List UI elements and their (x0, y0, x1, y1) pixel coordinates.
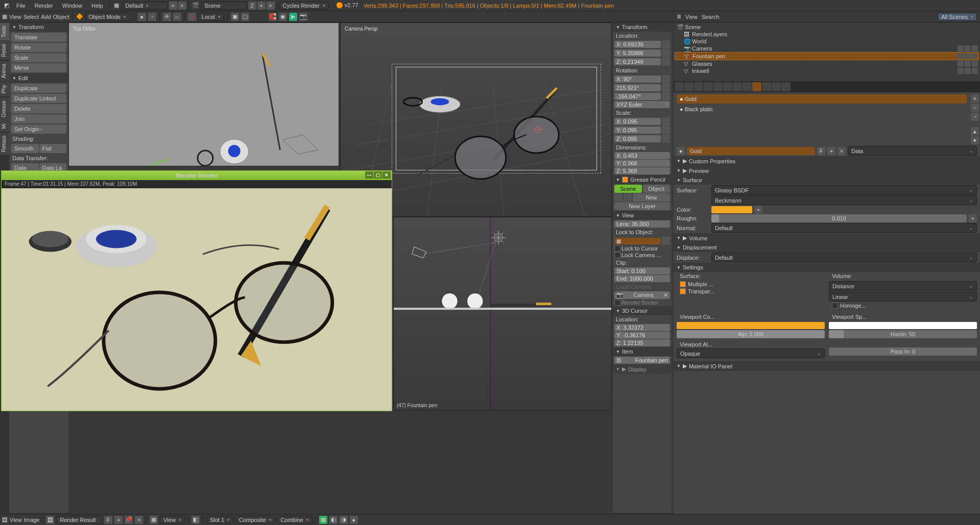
dim-x[interactable]: X: 0.453 (614, 152, 670, 159)
tab-data[interactable] (743, 82, 752, 91)
tab-renderlayers[interactable] (684, 82, 694, 91)
panel-edit-hdr[interactable]: Edit (9, 73, 68, 83)
loc-x[interactable]: X: 0.69235 (614, 41, 661, 48)
img-menu-view[interactable]: View (10, 517, 22, 523)
lock-icon[interactable] (662, 126, 670, 134)
mat-specials-icon[interactable] (971, 113, 979, 121)
volume-hdr[interactable]: ▶ Volume (674, 233, 980, 243)
layer-selector[interactable]: Composite (235, 516, 275, 524)
tab-constraints[interactable] (723, 82, 732, 91)
rgba-icon[interactable]: ▦ (319, 516, 327, 524)
render-shading-icon[interactable]: ▶ (289, 13, 297, 21)
rot-mode[interactable]: XYZ Euler (614, 101, 670, 108)
scene-selector[interactable]: Scene (201, 2, 247, 10)
n-item-hdr[interactable]: Item (613, 347, 672, 356)
smooth-button[interactable]: Smooth (11, 144, 39, 153)
color-node-icon[interactable]: • (754, 206, 762, 214)
opengl-icon[interactable]: 📷 (299, 13, 307, 21)
pencil-icon[interactable] (614, 193, 623, 202)
interp-field[interactable]: Linear (829, 292, 977, 302)
img-unlink-icon[interactable]: × (135, 516, 143, 524)
settings-hdr[interactable]: Settings (674, 263, 980, 272)
select-icon[interactable] (965, 68, 971, 74)
n-view-hdr[interactable]: View (613, 211, 672, 220)
gp-new-button[interactable]: New (633, 193, 670, 202)
img-add-icon[interactable]: + (114, 516, 123, 524)
n-cursor-hdr[interactable]: 3D Cursor (613, 306, 672, 315)
rot-x[interactable]: X: 90° (614, 76, 661, 83)
hardness-field[interactable]: Hardn: 50 (829, 330, 977, 338)
duplicate-button[interactable]: Duplicate (11, 84, 66, 93)
menu-object[interactable]: Object (53, 14, 69, 20)
mirror-button[interactable]: Mirror (11, 63, 66, 72)
lock-icon[interactable] (662, 92, 670, 101)
tab-tools[interactable]: Tools (0, 22, 9, 41)
tab-grease[interactable]: Grease (0, 97, 9, 121)
alpha-field[interactable]: Alp: 1.000 (677, 330, 825, 338)
mat-unlink-icon[interactable]: × (838, 147, 846, 155)
select-icon[interactable] (965, 61, 971, 67)
surface-hdr[interactable]: Surface (674, 176, 980, 185)
lock-icon[interactable] (662, 84, 670, 92)
translate-button[interactable]: Translate (11, 33, 66, 42)
proportional-icon[interactable]: ◉ (279, 13, 287, 21)
image-browse-icon[interactable]: 🖼 (46, 516, 54, 524)
scale-button[interactable]: Scale (11, 53, 66, 62)
n-gp-hdr[interactable]: Grease Pencil (613, 175, 672, 184)
mode-selector[interactable]: Object Mode (85, 13, 131, 21)
tab-scene[interactable] (694, 82, 703, 91)
layout-icon[interactable]: ▦ (112, 1, 121, 10)
gp-enable-check[interactable] (622, 177, 628, 183)
render-icon[interactable] (972, 68, 978, 74)
delete-button[interactable]: Delete (11, 104, 66, 113)
view-mode[interactable]: View (160, 516, 185, 524)
rotate-button[interactable]: Rotate (11, 43, 66, 52)
uv-icon[interactable]: ▦ (150, 516, 158, 524)
scale-z[interactable]: Z: 0.095 (614, 135, 661, 142)
dim-z[interactable]: Z: 5.368 (614, 167, 670, 174)
scene-add[interactable]: + (257, 2, 266, 10)
mat-up-icon[interactable]: ▴ (971, 127, 979, 135)
outliner-item[interactable]: 🖼RenderLayers (675, 31, 979, 38)
rot-z[interactable]: -166.047° (614, 93, 661, 100)
cursor-z[interactable]: Z: 1.22135 (614, 339, 670, 346)
mat-down-icon[interactable]: ▾ (971, 136, 979, 144)
mat-browse-icon[interactable]: ● (677, 147, 685, 155)
tab-retopo[interactable]: Retopo (0, 133, 9, 156)
viewport-side[interactable]: (47) Fountain pen (393, 217, 612, 411)
eye-icon[interactable] (958, 61, 964, 67)
mat-slot-black[interactable]: ● Black platic (677, 105, 967, 114)
mat-new-icon[interactable]: + (827, 147, 835, 155)
menu-file[interactable]: File (12, 3, 30, 9)
cursor-x[interactable]: X: 3.32372 (614, 324, 670, 331)
normal-field[interactable]: Default (711, 223, 977, 233)
render-icon[interactable] (972, 45, 978, 52)
eye-icon[interactable] (957, 53, 963, 59)
lock-icon[interactable] (662, 75, 670, 83)
set-origin-button[interactable]: Set Origin (11, 124, 66, 134)
blend-mode[interactable]: Opaque (677, 348, 825, 358)
menu-select[interactable]: Select (23, 14, 39, 20)
lock-icon[interactable] (662, 117, 670, 126)
tab-material[interactable] (752, 82, 761, 91)
tab-modifiers[interactable] (733, 82, 742, 91)
editor-outliner-icon[interactable]: ≣ (677, 13, 681, 20)
clip-start[interactable]: Start: 0.100 (614, 267, 670, 274)
pass-selector[interactable]: Combine (277, 516, 313, 524)
render-window-titlebar[interactable]: Blender Render — ▢ ✕ (2, 171, 392, 180)
axes-icon[interactable]: ⤡ (188, 13, 196, 21)
mat-remove-icon[interactable]: − (971, 104, 979, 112)
tab-relations[interactable]: Relati (0, 41, 9, 61)
outliner[interactable]: 🎬Scene🖼RenderLayers🌐World📷Camera▽Fountai… (674, 22, 980, 81)
tab-render[interactable] (675, 82, 684, 91)
loc-y[interactable]: Y: 5.35986 (614, 49, 661, 57)
layout-del[interactable]: × (178, 2, 186, 10)
tab-misc[interactable]: Mi (0, 120, 9, 133)
outliner-view[interactable]: View (685, 14, 698, 20)
menu-help[interactable]: Help (87, 3, 107, 9)
color-swatch[interactable] (711, 206, 752, 213)
rough-node-icon[interactable]: • (969, 214, 977, 222)
displacement-hdr[interactable]: Displacement (674, 243, 980, 252)
select-icon[interactable] (965, 45, 971, 52)
dim-y[interactable]: Y: 0.368 (614, 160, 670, 167)
